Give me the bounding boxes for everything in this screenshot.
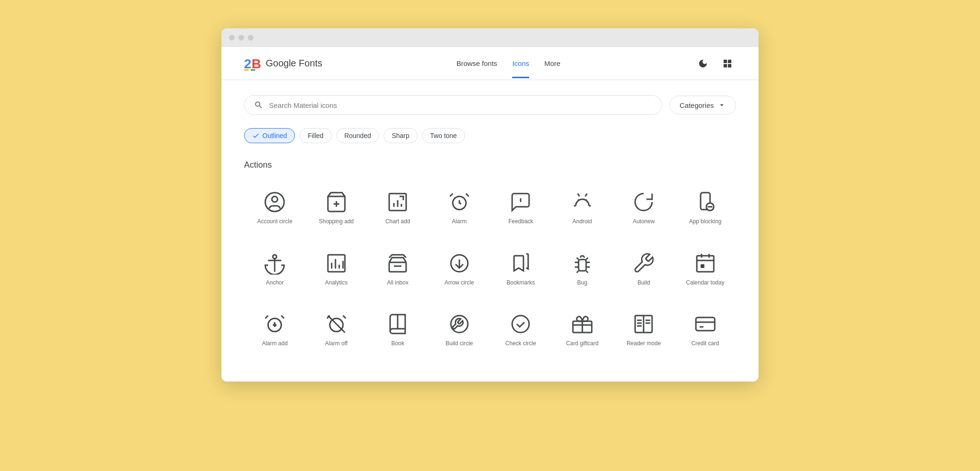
build-circle-icon — [448, 313, 471, 335]
icon-autonew[interactable]: Autonew — [613, 183, 675, 233]
categories-button[interactable]: Categories — [670, 96, 736, 114]
browser-window: 2 B Google Fonts Browse fonts Icons More — [221, 28, 759, 382]
shopping-add-icon — [325, 191, 348, 213]
browser-dot-1 — [229, 35, 235, 41]
filter-rounded-label: Rounded — [344, 132, 371, 139]
icons-row-1: Account circle Shopping add — [244, 183, 736, 233]
main-content: Categories Outlined Filled Rounded Sha — [221, 80, 759, 382]
icon-arrow-circle[interactable]: Arrow circle — [429, 244, 490, 294]
svg-rect-44 — [696, 317, 715, 331]
svg-line-15 — [578, 194, 580, 196]
icon-label-check-circle: Check circle — [506, 340, 536, 348]
icon-label-account-circle: Account circle — [257, 218, 293, 226]
logo-text: Google Fonts — [266, 58, 322, 69]
icon-label-analytics: Analytics — [325, 279, 348, 287]
svg-point-5 — [272, 196, 278, 202]
filter-sharp-label: Sharp — [392, 132, 409, 139]
nav-more[interactable]: More — [544, 49, 560, 78]
icon-bug[interactable]: Bug — [552, 244, 613, 294]
credit-card-icon — [694, 313, 717, 335]
svg-text:2: 2 — [244, 57, 252, 71]
svg-rect-24 — [579, 260, 586, 271]
icon-alarm[interactable]: Alarm — [429, 183, 490, 233]
icon-label-app-blocking: App blocking — [689, 218, 721, 226]
filter-chip-outlined[interactable]: Outlined — [244, 128, 295, 143]
icon-label-alarm-off: Alarm off — [325, 340, 348, 348]
icon-build[interactable]: Build — [613, 244, 675, 294]
icon-alarm-off[interactable]: Alarm off — [306, 305, 368, 355]
google-fonts-logo-icon: 2 B — [244, 55, 261, 72]
icon-label-build: Build — [637, 279, 650, 287]
nav-browse-fonts[interactable]: Browse fonts — [457, 49, 498, 78]
filter-outlined-label: Outlined — [262, 132, 287, 139]
alarm-off-icon — [325, 313, 348, 335]
icon-reader-mode[interactable]: Reader mode — [613, 305, 675, 355]
icon-label-arrow-circle: Arrow circle — [444, 279, 474, 287]
svg-line-16 — [585, 194, 587, 196]
icon-credit-card[interactable]: Credit card — [675, 305, 736, 355]
filter-twotone-label: Two tone — [430, 132, 457, 139]
chevron-down-icon — [718, 101, 726, 109]
bookmarks-icon — [509, 252, 532, 275]
check-icon — [252, 132, 260, 139]
categories-label: Categories — [679, 101, 714, 109]
icon-label-calendar-today: Calendar today — [686, 279, 724, 287]
grid-view-button[interactable] — [719, 55, 736, 72]
icon-label-anchor: Anchor — [266, 279, 284, 287]
filter-chip-filled[interactable]: Filled — [300, 128, 331, 143]
theme-toggle-button[interactable] — [694, 55, 711, 72]
filter-chip-twotone[interactable]: Two tone — [422, 128, 465, 143]
nav-icons-area — [694, 55, 736, 72]
filter-chip-rounded[interactable]: Rounded — [336, 128, 379, 143]
icon-bookmarks[interactable]: Bookmarks — [490, 244, 552, 294]
icon-label-feedback: Feedback — [508, 218, 533, 226]
icon-app-blocking[interactable]: App blocking — [675, 183, 736, 233]
account-circle-icon — [263, 191, 286, 213]
filter-chip-sharp[interactable]: Sharp — [384, 128, 417, 143]
nav-icons[interactable]: Icons — [512, 49, 529, 78]
svg-text:B: B — [252, 57, 261, 71]
icon-book[interactable]: Book — [367, 305, 429, 355]
check-circle-icon — [509, 313, 532, 335]
search-bar — [244, 95, 662, 115]
nav-area: Browse fonts Icons More — [457, 49, 561, 78]
icon-feedback[interactable]: Feedback — [490, 183, 552, 233]
autonew-icon — [632, 191, 655, 213]
icon-anchor[interactable]: Anchor — [244, 244, 306, 294]
svg-rect-2 — [244, 69, 249, 71]
icon-label-credit-card: Credit card — [691, 340, 719, 348]
icon-label-build-circle: Build circle — [446, 340, 473, 348]
icon-label-book: Book — [392, 340, 404, 348]
browser-chrome — [221, 28, 759, 47]
icon-build-circle[interactable]: Build circle — [429, 305, 490, 355]
browser-dot-3 — [248, 35, 253, 41]
grid-icon — [722, 58, 733, 69]
header: 2 B Google Fonts Browse fonts Icons More — [221, 47, 759, 80]
icon-card-giftcard[interactable]: Card giftcard — [552, 305, 613, 355]
chart-add-icon — [386, 191, 409, 213]
arrow-circle-icon — [448, 252, 471, 275]
icon-chart-add[interactable]: Chart add — [367, 183, 429, 233]
svg-rect-3 — [251, 69, 255, 71]
bug-icon — [571, 252, 594, 275]
icon-shopping-add[interactable]: Shopping add — [306, 183, 368, 233]
icon-alarm-add[interactable]: Alarm add — [244, 305, 306, 355]
analytics-icon — [325, 252, 348, 275]
all-inbox-icon — [386, 252, 409, 275]
filter-row: Outlined Filled Rounded Sharp Two tone — [244, 128, 736, 143]
icon-account-circle[interactable]: Account circle — [244, 183, 306, 233]
icon-all-inbox[interactable]: All inbox — [367, 244, 429, 294]
search-icon — [254, 100, 263, 110]
icon-check-circle[interactable]: Check circle — [490, 305, 552, 355]
android-icon — [571, 191, 594, 213]
icon-calendar-today[interactable]: Calendar today — [675, 244, 736, 294]
icon-label-shopping-add: Shopping add — [319, 218, 354, 226]
icon-analytics[interactable]: Analytics — [306, 244, 368, 294]
icon-android[interactable]: Android — [552, 183, 613, 233]
icon-label-reader-mode: Reader mode — [627, 340, 661, 348]
book-icon — [386, 313, 409, 335]
alarm-add-icon — [263, 313, 286, 335]
search-input[interactable] — [269, 101, 652, 109]
browser-dot-2 — [238, 35, 244, 41]
search-row: Categories — [244, 95, 736, 115]
